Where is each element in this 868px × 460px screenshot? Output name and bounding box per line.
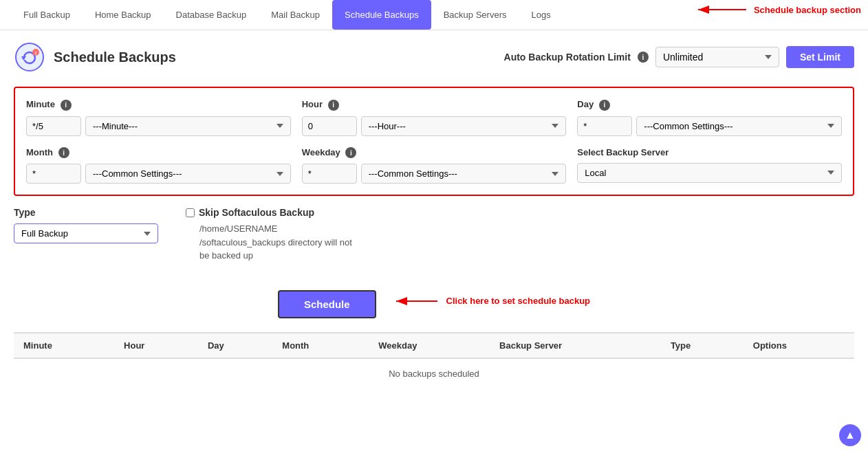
skip-softaculous-area: Skip Softaculous Backup /home/USERNAME /…	[186, 207, 352, 263]
nav-schedule-backups[interactable]: Schedule Backups	[332, 0, 431, 30]
minute-row: ---Minute--- 05101530	[26, 116, 291, 136]
table-empty-row: No backups scheduled	[14, 358, 854, 388]
nav-home-backup[interactable]: Home Backup	[83, 0, 164, 30]
schedule-backups-icon: !	[14, 41, 45, 73]
weekday-select[interactable]: ---Common Settings--- 0 (Sun)1 (Mon)2 (T…	[361, 164, 567, 184]
rotation-info-icon[interactable]: i	[638, 52, 649, 63]
minute-label: Minute i	[26, 99, 291, 111]
col-options: Options	[744, 333, 854, 358]
header-right: Auto Backup Rotation Limit i Unlimited 1…	[504, 46, 854, 68]
skip-description-line2: /softaculous_backups directory will not	[199, 236, 352, 250]
skip-softaculous-checkbox[interactable]	[186, 208, 195, 217]
skip-softaculous-label[interactable]: Skip Softaculous Backup	[186, 207, 352, 218]
hour-row: ---Hour--- 012612	[302, 116, 567, 136]
nav-logs[interactable]: Logs	[519, 0, 563, 30]
skip-description-line1: /home/USERNAME	[199, 222, 352, 236]
header-row: ! Schedule Backups Auto Backup Rotation …	[14, 41, 854, 73]
schedule-form-box: Minute i ---Minute--- 05101530 Hour i	[14, 87, 854, 196]
table-header-row: Minute Hour Day Month Weekday Backup Ser…	[14, 333, 854, 358]
page-title: Schedule Backups	[54, 50, 176, 65]
col-hour: Hour	[114, 333, 198, 358]
skip-description-line3: be backed up	[199, 249, 352, 263]
schedule-button[interactable]: Schedule	[278, 290, 376, 318]
weekday-field-group: Weekday i ---Common Settings--- 0 (Sun)1…	[302, 147, 567, 184]
hour-input[interactable]	[302, 116, 357, 136]
hour-field-group: Hour i ---Hour--- 012612	[302, 99, 567, 136]
minute-info-icon[interactable]: i	[61, 100, 72, 111]
col-weekday: Weekday	[369, 333, 490, 358]
day-row: ---Common Settings--- 12714	[577, 116, 842, 136]
schedule-annotation: Schedule backup section	[695, 3, 861, 17]
set-limit-button[interactable]: Set Limit	[786, 46, 854, 68]
rotation-limit-select[interactable]: Unlimited 1 2 3 5 10	[655, 47, 779, 67]
month-label: Month i	[26, 147, 291, 159]
backup-server-select[interactable]: Local Remote	[577, 163, 842, 183]
month-field-group: Month i ---Common Settings--- 1236	[26, 147, 291, 184]
schedule-table: Minute Hour Day Month Weekday Backup Ser…	[14, 332, 854, 388]
weekday-label: Weekday i	[302, 147, 567, 159]
weekday-info-icon[interactable]: i	[345, 147, 356, 158]
backup-server-field-group: Select Backup Server Local Remote	[577, 147, 842, 184]
hour-select[interactable]: ---Hour--- 012612	[361, 116, 567, 136]
minute-select[interactable]: ---Minute--- 05101530	[85, 116, 291, 136]
day-label: Day i	[577, 99, 842, 111]
hour-info-icon[interactable]: i	[328, 100, 339, 111]
svg-point-2	[16, 43, 43, 71]
backup-server-label: Select Backup Server	[577, 147, 842, 157]
month-info-icon[interactable]: i	[58, 147, 69, 158]
day-select[interactable]: ---Common Settings--- 12714	[636, 116, 842, 136]
nav-database-backup[interactable]: Database Backup	[164, 0, 259, 30]
day-info-icon[interactable]: i	[599, 100, 610, 111]
weekday-input[interactable]	[302, 164, 357, 184]
weekday-row: ---Common Settings--- 0 (Sun)1 (Mon)2 (T…	[302, 164, 567, 184]
month-select[interactable]: ---Common Settings--- 1236	[85, 164, 291, 184]
hour-label: Hour i	[302, 99, 567, 111]
rotation-limit-label: Auto Backup Rotation Limit	[504, 52, 631, 63]
header-left: ! Schedule Backups	[14, 41, 176, 73]
col-minute: Minute	[14, 333, 114, 358]
type-label: Type	[14, 207, 158, 218]
schedule-button-area: Schedule Click here to set schedule back…	[14, 290, 854, 318]
top-navigation: Full Backup Home Backup Database Backup …	[0, 0, 868, 30]
form-bottom: Type Full Backup Home Backup Database Ba…	[14, 207, 854, 276]
col-backup-server: Backup Server	[490, 333, 661, 358]
col-type: Type	[661, 333, 744, 358]
empty-message: No backups scheduled	[14, 358, 854, 388]
type-select[interactable]: Full Backup Home Backup Database Backup …	[14, 223, 158, 243]
schedule-annotation-text: Click here to set schedule backup	[446, 296, 591, 306]
day-input[interactable]	[577, 116, 632, 136]
col-month: Month	[272, 333, 369, 358]
backup-server-row: Local Remote	[577, 163, 842, 183]
day-field-group: Day i ---Common Settings--- 12714	[577, 99, 842, 136]
annotation-arrow-icon	[695, 3, 750, 17]
nav-backup-servers[interactable]: Backup Servers	[431, 0, 519, 30]
month-input[interactable]	[26, 164, 81, 184]
col-day: Day	[198, 333, 272, 358]
month-row: ---Common Settings--- 1236	[26, 164, 291, 184]
type-section: Type Full Backup Home Backup Database Ba…	[14, 207, 158, 265]
nav-full-backup[interactable]: Full Backup	[11, 0, 83, 30]
schedule-arrow-icon	[393, 294, 441, 308]
schedule-annotation-text: Schedule backup section	[754, 5, 861, 15]
minute-input[interactable]	[26, 116, 81, 136]
svg-text:!: !	[35, 50, 37, 56]
schedule-grid: Minute i ---Minute--- 05101530 Hour i	[26, 99, 842, 184]
schedule-button-annotation: Click here to set schedule backup	[393, 294, 591, 308]
main-content: ! Schedule Backups Auto Backup Rotation …	[0, 30, 868, 399]
nav-mail-backup[interactable]: Mail Backup	[259, 0, 332, 30]
minute-field-group: Minute i ---Minute--- 05101530	[26, 99, 291, 136]
